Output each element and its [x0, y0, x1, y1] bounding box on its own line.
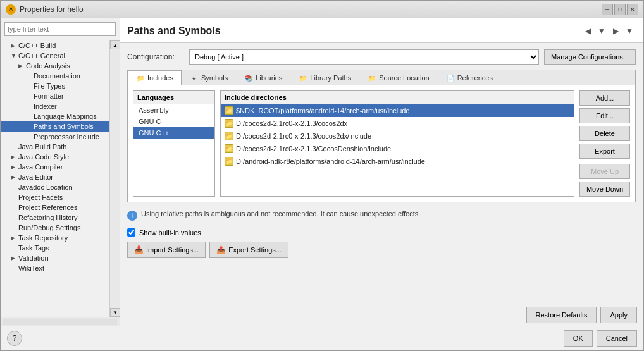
sidebar-item[interactable]: Preprocessor Include	[1, 132, 109, 142]
languages-panel: Languages AssemblyGNU CGNU C++	[133, 90, 215, 197]
move-up-button[interactable]: Move Up	[579, 164, 630, 179]
include-folder-icon: 📁	[225, 157, 233, 166]
right-panel: Paths and Symbols ◀ ▼ ▶ ▼ Configuration:…	[120, 18, 643, 326]
include-folder-icon: 📁	[225, 132, 233, 140]
languages-header: Languages	[133, 91, 214, 104]
sidebar-item[interactable]: Paths and Symbols	[1, 121, 109, 132]
tab-icon: #	[190, 73, 199, 82]
title-bar: ☀ Properties for hello ─ □ ✕	[1, 1, 643, 18]
sidebar-item[interactable]: Javadoc Location	[1, 182, 109, 192]
sidebar-item[interactable]: File Types	[1, 81, 109, 91]
sidebar-item[interactable]: Indexer	[1, 101, 109, 111]
nav-forward-button[interactable]: ▶	[609, 25, 622, 37]
sidebar-item[interactable]: ▶Code Analysis	[1, 61, 109, 71]
sidebar-item[interactable]: Task Tags	[1, 243, 109, 253]
sidebar-item-label: Java Build Path	[18, 143, 66, 151]
minimize-button[interactable]: ─	[602, 4, 613, 15]
import-settings-button[interactable]: 📥 Import Settings...	[127, 242, 206, 258]
includes-header: Include directories	[221, 91, 574, 104]
sidebar-item[interactable]: ▶Java Code Style	[1, 152, 109, 162]
nav-back-button[interactable]: ◀	[581, 25, 594, 37]
footer-left: ?	[7, 331, 22, 346]
include-folder-icon: 📁	[225, 119, 233, 128]
scroll-down-button[interactable]: ▼	[110, 308, 120, 317]
include-item[interactable]: 📁D:/cocos2d-2.1rc0-x-2.1.3/CocosDenshion…	[221, 142, 574, 155]
add-button[interactable]: Add...	[579, 90, 630, 106]
close-button[interactable]: ✕	[627, 4, 638, 15]
cancel-button[interactable]: Cancel	[597, 330, 637, 347]
include-item[interactable]: 📁D:/android-ndk-r8e/platforms/android-14…	[221, 155, 574, 168]
include-item[interactable]: 📁D:/cocos2d-2.1rc0-x-2.1.3/cocos2dx/incl…	[221, 130, 574, 142]
h-scroll-track[interactable]	[3, 319, 117, 325]
export-settings-button[interactable]: 📤 Export Settings...	[209, 242, 288, 258]
sidebar-item[interactable]: Project Facets	[1, 192, 109, 202]
sidebar-scroll-container: ▶C/C++ Build▼C/C++ General▶Code Analysis…	[1, 40, 120, 317]
restore-defaults-button[interactable]: Restore Defaults	[526, 307, 597, 323]
nav-dropdown-button[interactable]: ▼	[595, 25, 608, 37]
tab-library-paths[interactable]: 📁Library Paths	[290, 70, 359, 85]
sidebar-item[interactable]: Language Mappings	[1, 111, 109, 121]
sidebar-item[interactable]: ▶Java Editor	[1, 172, 109, 182]
sidebar-item[interactable]: ▶Task Repository	[1, 233, 109, 243]
tree-arrow-icon: ▶	[11, 174, 17, 180]
configuration-label: Configuration:	[127, 52, 184, 61]
include-path-label: D:/cocos2d-2.1rc0-x-2.1.3/cocos2dx/inclu…	[236, 132, 371, 140]
sidebar-item[interactable]: Java Build Path	[1, 142, 109, 152]
export-button[interactable]: Export	[579, 144, 630, 159]
settings-buttons: 📥 Import Settings... 📤 Export Settings..…	[127, 242, 636, 258]
tab-source-location[interactable]: 📁Source Location	[359, 70, 438, 85]
show-builtin-checkbox[interactable]	[127, 228, 135, 237]
sidebar-item-label: Formatter	[34, 92, 64, 100]
language-item[interactable]: GNU C	[133, 116, 214, 127]
language-item[interactable]: GNU C++	[133, 127, 214, 139]
sidebar-item-label: File Types	[34, 82, 65, 90]
title-bar-controls: ─ □ ✕	[602, 4, 638, 15]
apply-button[interactable]: Apply	[600, 307, 637, 323]
sidebar-item-label: Preprocessor Include	[34, 133, 99, 140]
manage-configurations-button[interactable]: Manage Configurations...	[544, 49, 636, 65]
main-window: ☀ Properties for hello ─ □ ✕ ▶C/C++ Buil…	[0, 0, 644, 351]
delete-button[interactable]: Delete	[579, 126, 630, 141]
tree-arrow-icon: ▶	[11, 164, 17, 170]
sidebar-item[interactable]: Refactoring History	[1, 212, 109, 223]
sidebar-item[interactable]: WikiText	[1, 263, 109, 273]
sidebar-item[interactable]: ▶C/C++ Build	[1, 40, 109, 51]
sidebar-item[interactable]: Documentation	[1, 71, 109, 81]
action-buttons: Add... Edit... Delete Export Move Up Mov…	[579, 90, 630, 197]
move-down-button[interactable]: Move Down	[579, 182, 630, 197]
includes-panel: Include directories 📁$NDK_ROOT/platforms…	[220, 90, 574, 197]
tab-label: Includes	[147, 74, 173, 82]
sidebar-item-label: Java Code Style	[18, 153, 69, 161]
scroll-up-button[interactable]: ▲	[110, 40, 120, 49]
panel-body: Configuration: Debug [ Active ] Manage C…	[120, 43, 643, 304]
configuration-select[interactable]: Debug [ Active ]	[189, 49, 539, 65]
include-item[interactable]: 📁D:/cocos2d-2.1rc0-x-2.1.3/cocos2dx	[221, 117, 574, 130]
sidebar-item[interactable]: ▼C/C++ General	[1, 51, 109, 61]
sidebar-item-label: C/C++ General	[18, 52, 65, 59]
sidebar-item-label: Project Facets	[18, 194, 63, 201]
tab-symbols[interactable]: #Symbols	[182, 70, 236, 85]
nav-forward-dropdown-button[interactable]: ▼	[623, 25, 636, 37]
tab-includes[interactable]: 📁Includes	[128, 70, 182, 85]
filter-input[interactable]	[4, 22, 116, 36]
include-item[interactable]: 📁$NDK_ROOT/platforms/android-14/arch-arm…	[221, 104, 574, 117]
include-path-label: $NDK_ROOT/platforms/android-14/arch-arm/…	[236, 107, 410, 114]
help-button[interactable]: ?	[7, 331, 22, 346]
sidebar-item-label: Java Editor	[18, 173, 53, 181]
sidebar-item-label: Task Repository	[18, 234, 68, 242]
tab-libraries[interactable]: 📚Libraries	[236, 70, 290, 85]
sidebar-item[interactable]: ▶Validation	[1, 253, 109, 263]
sidebar-item[interactable]: Formatter	[1, 91, 109, 101]
edit-button[interactable]: Edit...	[579, 108, 630, 123]
sidebar-item[interactable]: ▶Java Compiler	[1, 162, 109, 172]
tab-references[interactable]: 📄References	[438, 70, 501, 85]
language-item[interactable]: Assembly	[133, 104, 214, 116]
sidebar-item[interactable]: Project References	[1, 202, 109, 212]
sidebar-item[interactable]: Run/Debug Settings	[1, 223, 109, 233]
show-builtin-label: Show built-in values	[139, 229, 201, 237]
show-builtin-row: Show built-in values	[127, 228, 636, 237]
maximize-button[interactable]: □	[614, 4, 626, 15]
info-bar: i Using relative paths is ambiguous and …	[127, 207, 636, 223]
app-icon: ☀	[6, 4, 16, 15]
ok-button[interactable]: OK	[564, 330, 593, 347]
